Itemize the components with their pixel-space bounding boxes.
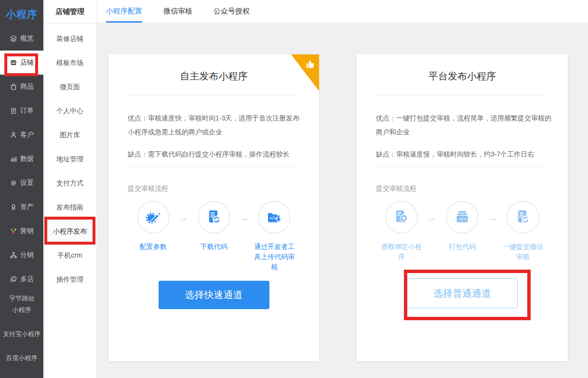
configure-params-icon — [145, 209, 161, 225]
sidebar-item-customers[interactable]: 客户 — [0, 123, 43, 147]
submenu-item-decorate-shop[interactable]: 装修店铺 — [43, 26, 96, 51]
flow-step: 一键提交微信审核 — [497, 201, 548, 262]
submenu-item-publish-guide[interactable]: 发布指南 — [43, 195, 96, 219]
submit-wechat-icon — [515, 209, 531, 225]
submenu-item-personal-center[interactable]: 个人中心 — [43, 99, 96, 123]
sidebar-item-label: 营销 — [20, 227, 34, 235]
tab-label: 公众号授权 — [214, 7, 250, 16]
upload-code-icon: </> — [266, 209, 282, 225]
sidebar-item-bytedance-miniprogram[interactable]: 字节跳动小程序 — [0, 293, 43, 316]
card-description: 优点：一键打包提交审核，流程简单，适用频繁提交审核的商户和企业 缺点：审核速度慢… — [376, 111, 551, 169]
submenu-item-mobile-crm[interactable]: 手机crm — [43, 243, 96, 267]
sidebar-item-label: 概览 — [20, 34, 34, 43]
pros-text: 优点：审核速度快，审核时间1-3天，适用于首次注册发布小程序或急需上线的商户或企… — [128, 111, 303, 139]
step-circle: </> — [258, 201, 291, 234]
tab-label: 小程序配置 — [106, 7, 142, 16]
sidebar-item-label: 店铺 — [20, 58, 34, 67]
sidebar-item-assets[interactable]: 资产 — [0, 195, 43, 219]
submenu-item-micro-page[interactable]: 微页面 — [43, 75, 96, 99]
pros-text: 优点：一键打包提交审核，流程简单，适用频繁提交审核的商户和企业 — [376, 111, 551, 139]
platform-publish-card: 平台发布小程序 优点：一键打包提交审核，流程简单，适用频繁提交审核的商户和企业 … — [357, 54, 568, 361]
distribution-sitemap-icon — [10, 251, 17, 259]
sidebar-item-label: 资产 — [20, 203, 34, 211]
secondary-sidebar: 店铺管理 装修店铺 模板市场 微页面 个人中心 图片库 地址管理 支付方式 发布… — [43, 0, 97, 378]
sidebar-item-label: 订单 — [20, 106, 34, 115]
svg-text:</>: </> — [459, 217, 467, 222]
sidebar-item-distribution[interactable]: 分销 — [0, 243, 43, 267]
step-label: 授权绑定小程序 — [379, 242, 424, 262]
primary-sidebar: 小程序 概览 店铺 商品 订单 客户 数据 设置 资产 营销 分销 — [0, 0, 43, 378]
goods-bag-icon — [10, 83, 17, 91]
sidebar-item-label: 多店 — [20, 275, 34, 284]
tab-label: 微信审核 — [163, 7, 192, 16]
step-label: 通过开发者工具上传代码审核 — [252, 242, 297, 272]
flow-steps: 授权绑定小程序 → </> 打包代码 → 一键提交微信审核 — [376, 201, 548, 262]
sidebar-item-orders[interactable]: 订单 — [0, 99, 43, 123]
submenu-item-address-management[interactable]: 地址管理 — [43, 147, 96, 171]
package-code-icon: </> — [454, 209, 470, 225]
fast-channel-button[interactable]: 选择快速通道 — [159, 281, 269, 309]
submenu-header: 店铺管理 — [43, 0, 96, 24]
step-label: 打包代码 — [440, 242, 485, 252]
flow-step: </> 通过开发者工具上传代码审核 — [249, 201, 300, 272]
sidebar-item-settings[interactable]: 设置 — [0, 171, 43, 195]
data-bars-icon — [10, 155, 17, 163]
assets-medal-icon — [10, 203, 17, 211]
step-circle — [385, 201, 418, 234]
tab-bar: 小程序配置 微信审核 公众号授权 — [96, 0, 588, 23]
submenu-item-payment-method[interactable]: 支付方式 — [43, 171, 96, 195]
card-title: 平台发布小程序 — [357, 70, 568, 83]
active-tab-underline — [106, 21, 142, 23]
submenu-item-image-library[interactable]: 图片库 — [43, 123, 96, 147]
tab-miniprogram-config[interactable]: 小程序配置 — [106, 0, 142, 23]
divider — [128, 166, 300, 167]
sidebar-item-label: 客户 — [20, 130, 34, 139]
layers-icon — [10, 35, 17, 42]
sidebar-item-label: 数据 — [20, 155, 34, 163]
sidebar-item-label: 设置 — [20, 179, 34, 187]
divider — [376, 166, 548, 167]
authorize-bind-icon — [393, 209, 410, 225]
sidebar-item-baidu-miniprogram[interactable]: 百度小程序 — [0, 352, 43, 364]
submenu-item-plugin-management[interactable]: 插件管理 — [43, 267, 96, 291]
tab-wechat-review[interactable]: 微信审核 — [163, 0, 192, 23]
submenu-item-template-market[interactable]: 模板市场 — [43, 51, 96, 75]
normal-channel-button[interactable]: 选择普通通道 — [407, 278, 518, 308]
divider — [128, 95, 300, 95]
arrow-icon: → — [488, 212, 497, 262]
sidebar-item-multistore[interactable]: 多店 — [0, 267, 43, 291]
marketing-share-icon — [10, 227, 17, 235]
cons-text: 缺点：需下载代码自行提交小程序审核，操作流程较长 — [128, 147, 303, 161]
sidebar-item-marketing[interactable]: 营销 — [0, 219, 43, 243]
sidebar-item-label: 百度小程序 — [6, 354, 38, 362]
step-circle — [198, 201, 230, 234]
sidebar-item-goods[interactable]: 商品 — [0, 75, 43, 99]
arrow-icon: → — [179, 212, 188, 272]
flow-step: </> 打包代码 — [437, 201, 488, 262]
arrow-icon: → — [427, 212, 437, 262]
step-label: 一键提交微信审核 — [500, 242, 546, 262]
step-label: 下载代码 — [191, 242, 237, 252]
flow-steps: 配置参数 → 下载代码 → </> 通过开发者工具上传代码审核 — [128, 201, 300, 272]
arrow-icon: → — [239, 212, 249, 272]
sidebar-item-overview[interactable]: 概览 — [0, 26, 43, 51]
sidebar-item-label: 分销 — [20, 251, 34, 260]
tab-official-account-auth[interactable]: 公众号授权 — [214, 0, 250, 23]
customers-person-icon — [10, 131, 17, 139]
app-logo: 小程序 — [0, 8, 43, 21]
submenu-item-miniprogram-publish[interactable]: 小程序发布 — [43, 219, 96, 243]
sidebar-item-shop[interactable]: 店铺 — [0, 51, 43, 75]
multistore-icon — [10, 275, 17, 283]
flow-title: 提交审核流程 — [376, 184, 416, 193]
download-code-icon — [206, 209, 222, 225]
shop-icon — [10, 59, 17, 66]
sidebar-item-data[interactable]: 数据 — [0, 147, 43, 171]
settings-gear-icon — [10, 179, 17, 187]
step-label: 配置参数 — [131, 242, 176, 252]
thumbs-up-icon — [304, 58, 317, 70]
flow-step: 配置参数 — [128, 201, 179, 272]
sidebar-item-label: 支付宝小程序 — [3, 330, 40, 338]
step-circle — [137, 201, 170, 234]
sidebar-item-alipay-miniprogram[interactable]: 支付宝小程序 — [0, 328, 43, 340]
card-description: 优点：审核速度快，审核时间1-3天，适用于首次注册发布小程序或急需上线的商户或企… — [128, 111, 303, 169]
